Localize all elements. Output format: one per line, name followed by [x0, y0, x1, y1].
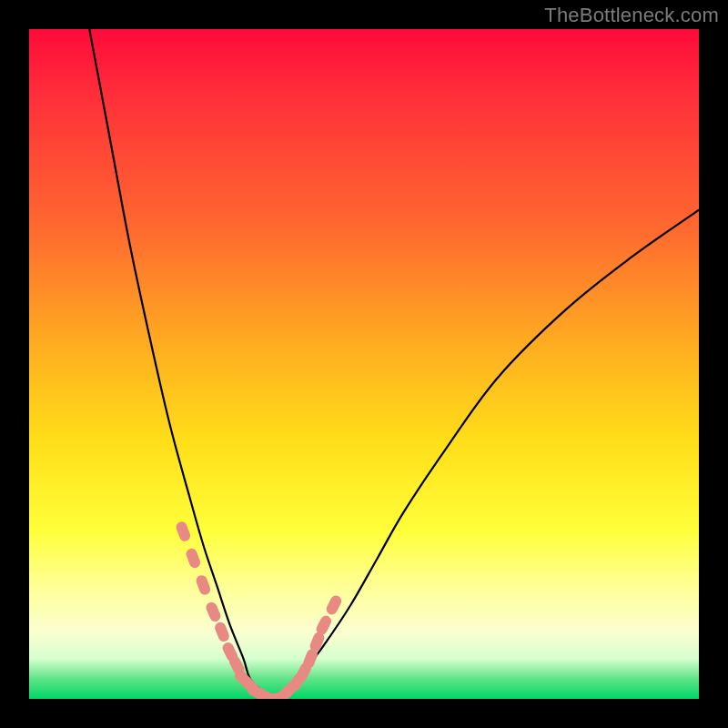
curve-marker: [246, 682, 268, 699]
curve-marker: [239, 674, 261, 696]
chart-frame: TheBottleneck.com: [0, 0, 728, 728]
curve-marker: [294, 661, 313, 683]
curve-marker: [273, 684, 295, 699]
curve-marker: [232, 668, 254, 690]
bottleneck-curve-svg: [29, 29, 699, 699]
curve-marker: [287, 671, 307, 693]
curve-marker: [260, 693, 280, 699]
curve-marker: [308, 631, 326, 653]
curve-marker: [266, 690, 288, 699]
curve-marker: [252, 686, 275, 699]
curve-marker: [315, 614, 334, 637]
curve-marker: [213, 621, 230, 643]
curve-marker: [205, 601, 223, 623]
curve-marker: [279, 678, 301, 699]
bottleneck-curve-path: [89, 29, 699, 699]
plot-area: [29, 29, 699, 699]
curve-marker: [301, 647, 318, 670]
watermark-label: TheBottleneck.com: [544, 4, 719, 27]
curve-marker: [185, 547, 202, 570]
curve-marker: [228, 654, 247, 677]
curve-marker: [325, 593, 344, 616]
curve-marker: [221, 641, 240, 663]
curve-marker: [175, 521, 192, 543]
curve-marker: [195, 573, 212, 596]
marker-group: [175, 521, 343, 699]
